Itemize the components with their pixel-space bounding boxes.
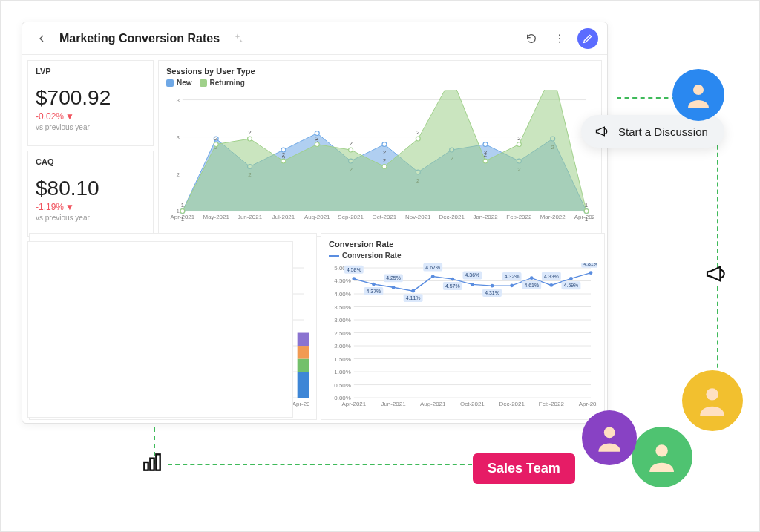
svg-text:4.11%: 4.11% [406,295,421,301]
svg-text:Dec-2021: Dec-2021 [499,401,525,407]
svg-point-60 [349,148,353,152]
svg-point-194 [471,283,474,286]
svg-text:Sep-2021: Sep-2021 [338,214,364,220]
svg-text:2: 2 [176,171,180,178]
refresh-icon[interactable] [521,28,542,49]
svg-text:1: 1 [181,202,185,208]
svg-point-2 [559,41,560,42]
svg-rect-146 [298,333,309,347]
kpi-caq-value: $80.10 [36,177,145,200]
svg-text:Apr-2021: Apr-2021 [341,401,366,407]
avatar [582,410,637,465]
svg-point-191 [451,278,454,281]
svg-text:0.50%: 0.50% [334,382,351,389]
svg-text:1.50%: 1.50% [334,356,351,363]
connector [617,97,676,99]
svg-point-68 [483,159,488,163]
megaphone-icon [704,262,728,286]
svg-rect-221 [156,454,160,470]
svg-point-52 [214,142,218,147]
svg-text:2: 2 [349,140,353,147]
kpi-column: LVP $700.92 -0.02%▼ vs previous year CAQ… [25,58,156,239]
kpi-lvp: LVP $700.92 -0.02%▼ vs previous year [27,60,154,146]
chart-legend: New Returning [166,79,594,87]
megaphone-icon [594,124,609,139]
svg-text:1: 1 [181,216,185,223]
back-icon[interactable] [31,28,52,49]
connector [717,123,718,268]
svg-text:2.50%: 2.50% [334,330,351,337]
svg-text:May-2021: May-2021 [203,214,230,220]
svg-text:4.57%: 4.57% [445,283,460,289]
svg-text:Apr-2022: Apr-2022 [579,401,597,407]
svg-text:4.37%: 4.37% [367,289,381,294]
svg-text:1: 1 [585,216,589,223]
svg-text:Apr-2022: Apr-2022 [574,214,594,220]
svg-text:4.36%: 4.36% [465,272,480,278]
svg-text:Jun-2021: Jun-2021 [381,401,406,407]
sales-team-badge: Sales Team [473,453,575,484]
connector [717,286,718,375]
dashboard-header: Marketing Conversion Rates [22,22,607,55]
svg-text:4.50%: 4.50% [334,278,351,285]
more-icon[interactable] [549,28,570,49]
svg-rect-143 [298,372,309,398]
svg-text:2: 2 [315,135,319,142]
svg-text:Mar-2022: Mar-2022 [540,214,566,220]
avatar [682,370,743,431]
svg-rect-145 [298,346,309,359]
svg-point-176 [352,277,356,280]
kpi-lvp-delta: -0.02%▼ [36,111,145,122]
svg-text:Feb-2022: Feb-2022 [506,214,532,220]
svg-text:2: 2 [282,151,286,158]
chart-legend: Conversion Rate [329,252,597,260]
svg-text:Jan-2022: Jan-2022 [473,214,498,220]
svg-point-54 [248,137,252,141]
svg-rect-144 [298,359,309,372]
svg-text:4.58%: 4.58% [347,267,361,272]
chart-sessions-by-user-type: Sessions by User Type New Returning 1233… [158,60,602,237]
svg-rect-219 [144,462,148,470]
svg-point-197 [491,284,494,288]
svg-text:Jul-2021: Jul-2021 [272,214,295,220]
svg-point-217 [656,445,668,457]
svg-text:3: 3 [176,134,180,141]
svg-text:2: 2 [484,151,488,158]
svg-text:Nov-2021: Nov-2021 [405,214,431,220]
sparkle-icon[interactable] [227,28,248,49]
svg-text:4.25%: 4.25% [386,275,401,280]
svg-text:1.00%: 1.00% [334,369,351,375]
avatar [672,69,724,121]
svg-point-1 [559,38,560,39]
edit-icon[interactable] [577,28,598,49]
svg-point-200 [510,283,514,287]
svg-point-185 [411,289,415,293]
svg-text:3: 3 [176,97,180,104]
svg-text:Apr-2022: Apr-2022 [292,401,309,407]
svg-text:4.33%: 4.33% [544,274,559,279]
svg-point-203 [530,276,534,280]
svg-text:Aug-2021: Aug-2021 [304,214,330,220]
connector [168,464,472,465]
page-title: Marketing Conversion Rates [59,32,220,45]
avatar [632,427,692,487]
svg-text:4.59%: 4.59% [564,283,579,288]
svg-point-64 [416,137,420,141]
down-arrow-icon: ▼ [65,111,74,122]
svg-point-36 [382,142,387,147]
kpi-caq-label: CAQ [36,157,145,166]
kpi-caq-sub: vs previous year [36,214,145,222]
svg-text:2: 2 [416,129,420,136]
svg-point-50 [180,209,185,214]
svg-point-179 [372,283,376,286]
svg-text:Oct-2021: Oct-2021 [460,401,485,407]
svg-text:4.81%: 4.81% [583,263,597,266]
svg-text:2: 2 [517,135,521,142]
svg-text:1: 1 [585,202,589,208]
svg-text:4.00%: 4.00% [334,291,351,298]
svg-text:4.61%: 4.61% [524,283,539,288]
svg-text:4.67%: 4.67% [425,265,440,270]
svg-text:Dec-2021: Dec-2021 [439,214,465,220]
svg-text:2: 2 [383,157,387,164]
svg-text:Oct-2021: Oct-2021 [373,214,397,220]
